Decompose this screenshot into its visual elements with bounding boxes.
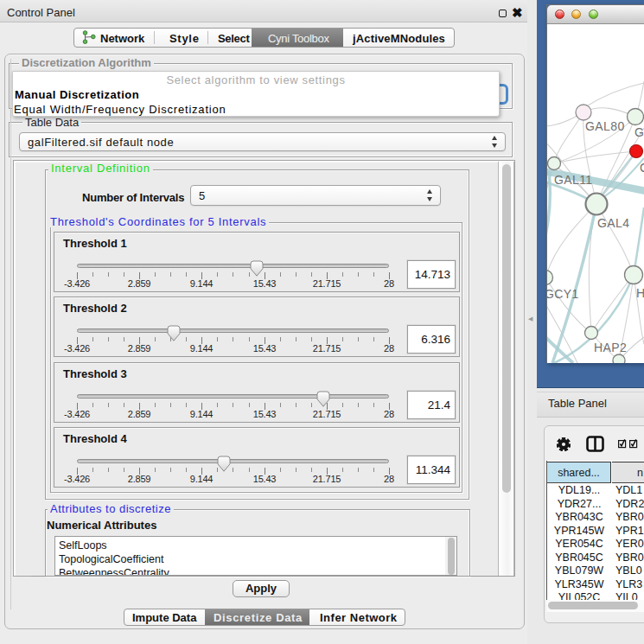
- svg-text:C: C: [640, 161, 644, 175]
- svg-text:HAP2: HAP2: [594, 341, 627, 354]
- svg-text:GAL11: GAL11: [554, 173, 593, 187]
- svg-text:GCY1: GCY1: [547, 287, 579, 301]
- svg-text:H: H: [636, 286, 644, 300]
- svg-text:GAL80: GAL80: [585, 119, 625, 133]
- svg-text:GAL4: GAL4: [597, 216, 629, 230]
- svg-text:GA: GA: [634, 125, 644, 139]
